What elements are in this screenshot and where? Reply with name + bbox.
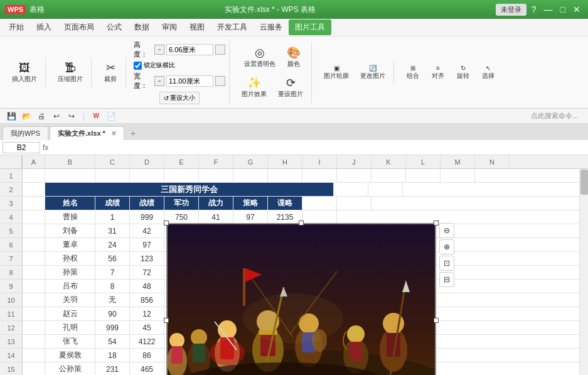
- col-b[interactable]: B: [45, 155, 95, 168]
- col-e[interactable]: E: [164, 155, 199, 168]
- tab-mywps[interactable]: 我的WPS: [3, 126, 48, 140]
- cell-d1[interactable]: [130, 169, 164, 182]
- width-input[interactable]: [166, 75, 213, 87]
- change-image-button[interactable]: 🔄 更改图片: [356, 62, 390, 83]
- cell-a12[interactable]: [23, 321, 45, 334]
- qa-undo[interactable]: ↩: [50, 110, 63, 122]
- cell-i1[interactable]: [302, 169, 337, 182]
- cell-name-11[interactable]: 赵云: [45, 307, 95, 320]
- align-button[interactable]: ≡ 对齐: [427, 62, 449, 83]
- cell-a7[interactable]: [23, 252, 45, 265]
- header-battle[interactable]: 战绩: [130, 197, 164, 210]
- row-14[interactable]: 14: [0, 349, 22, 362]
- crop-button[interactable]: ✂ 裁剪: [99, 58, 122, 86]
- resize-handle-topmiddle[interactable]: [299, 220, 304, 226]
- col-f[interactable]: F: [199, 155, 233, 168]
- cell-14-c[interactable]: 18: [95, 349, 130, 362]
- cell-m1[interactable]: [441, 169, 475, 182]
- cell-a8[interactable]: [23, 266, 45, 279]
- header-score[interactable]: 成绩: [95, 197, 130, 210]
- cell-12-c[interactable]: 999: [95, 321, 130, 334]
- cell-j1[interactable]: [337, 169, 372, 182]
- header-power[interactable]: 战力: [199, 197, 233, 210]
- reset-image-button[interactable]: ⟳ 重设图片: [274, 73, 307, 101]
- row-9[interactable]: 9: [0, 280, 22, 293]
- cell-a13[interactable]: [23, 335, 45, 348]
- cell-e1[interactable]: [164, 169, 199, 182]
- cell-a2[interactable]: [23, 183, 45, 196]
- cell-a15[interactable]: [23, 362, 45, 375]
- cell-4-f[interactable]: 41: [199, 210, 233, 224]
- row-11[interactable]: 11: [0, 307, 22, 321]
- cell-5-c[interactable]: 31: [95, 224, 130, 237]
- insert-image-button[interactable]: 🖼 插入图片: [8, 59, 41, 86]
- cell-name-13[interactable]: 张飞: [45, 335, 95, 348]
- row-10[interactable]: 10: [0, 293, 22, 307]
- cell-c1[interactable]: [95, 169, 130, 182]
- cell-4-e[interactable]: 750: [164, 210, 199, 224]
- image-overlay[interactable]: [166, 223, 436, 375]
- row-6[interactable]: 6: [0, 238, 22, 252]
- cell-11-d[interactable]: 12: [130, 307, 164, 320]
- float-crop-button[interactable]: ⊡: [439, 256, 454, 271]
- cell-j2[interactable]: [368, 183, 403, 196]
- menu-start[interactable]: 开始: [3, 19, 30, 35]
- menu-cloudservice[interactable]: 云服务: [254, 19, 289, 35]
- float-zoom-out-button[interactable]: ⊖: [439, 223, 454, 238]
- cell-6-d[interactable]: 97: [130, 238, 164, 251]
- cell-i3[interactable]: [302, 197, 337, 210]
- menu-picturetools[interactable]: 图片工具: [289, 19, 331, 35]
- cell-reference-input[interactable]: [3, 142, 40, 153]
- cell-13-c[interactable]: 54: [95, 335, 130, 348]
- cell-name-14[interactable]: 夏侯敦: [45, 349, 95, 362]
- cell-name-6[interactable]: 董卓: [45, 238, 95, 251]
- qa-save[interactable]: 💾: [5, 110, 18, 122]
- rotate-button[interactable]: ↻ 旋转: [452, 62, 474, 83]
- cell-i2[interactable]: [334, 183, 368, 196]
- row-13[interactable]: 13: [0, 335, 22, 349]
- height-minus-button[interactable]: －: [154, 45, 164, 55]
- table-title-cell[interactable]: 三国新秀同学会: [45, 183, 334, 196]
- col-l[interactable]: L: [406, 155, 441, 168]
- reset-size-button[interactable]: ↺ 重设大小: [159, 92, 200, 104]
- menu-review[interactable]: 审阅: [156, 19, 183, 35]
- image-effects-button[interactable]: ✨ 图片效果: [237, 73, 271, 101]
- color-button[interactable]: 🎨 颜色: [282, 43, 305, 71]
- col-j[interactable]: J: [337, 155, 372, 168]
- cell-7-d[interactable]: 123: [130, 252, 164, 265]
- menu-formula[interactable]: 公式: [100, 19, 128, 35]
- row-1[interactable]: 1: [0, 169, 22, 183]
- cell-7-c[interactable]: 56: [95, 252, 130, 265]
- row-4[interactable]: 4: [0, 210, 22, 224]
- header-military[interactable]: 军功: [164, 197, 199, 210]
- close-icon[interactable]: ✕: [570, 4, 583, 14]
- cell-11-c[interactable]: 90: [95, 307, 130, 320]
- cell-j3[interactable]: [337, 197, 372, 210]
- col-i[interactable]: I: [302, 155, 337, 168]
- row-15[interactable]: 15: [0, 362, 22, 375]
- height-input[interactable]: [166, 44, 213, 55]
- resize-handle-topright[interactable]: [434, 220, 439, 226]
- cell-name-7[interactable]: 孙权: [45, 252, 95, 265]
- vertical-scrollbar[interactable]: [579, 169, 588, 375]
- cell-6-c[interactable]: 24: [95, 238, 130, 251]
- maximize-icon[interactable]: □: [558, 4, 568, 14]
- col-c[interactable]: C: [95, 155, 130, 168]
- transparency-button[interactable]: ◎ 设置透明色: [240, 43, 280, 71]
- cell-9-d[interactable]: 48: [130, 280, 164, 293]
- cell-5-d[interactable]: 42: [130, 224, 164, 237]
- cell-4-i[interactable]: [302, 210, 337, 224]
- col-g[interactable]: G: [233, 155, 268, 168]
- qa-open[interactable]: 📂: [20, 110, 33, 122]
- help-icon[interactable]: ?: [529, 4, 539, 14]
- cell-4-g[interactable]: 97: [233, 210, 268, 224]
- cell-4-h[interactable]: 2135: [268, 210, 302, 224]
- cell-a10[interactable]: [23, 293, 45, 307]
- cell-name-4[interactable]: 曹操: [45, 210, 95, 224]
- cell-8-c[interactable]: 7: [95, 266, 130, 279]
- menu-data[interactable]: 数据: [128, 19, 156, 35]
- cell-name-15[interactable]: 公孙策: [45, 362, 95, 375]
- qa-print[interactable]: 🖨: [35, 110, 48, 122]
- tab-close-icon[interactable]: ✕: [111, 130, 116, 137]
- col-h[interactable]: H: [268, 155, 302, 168]
